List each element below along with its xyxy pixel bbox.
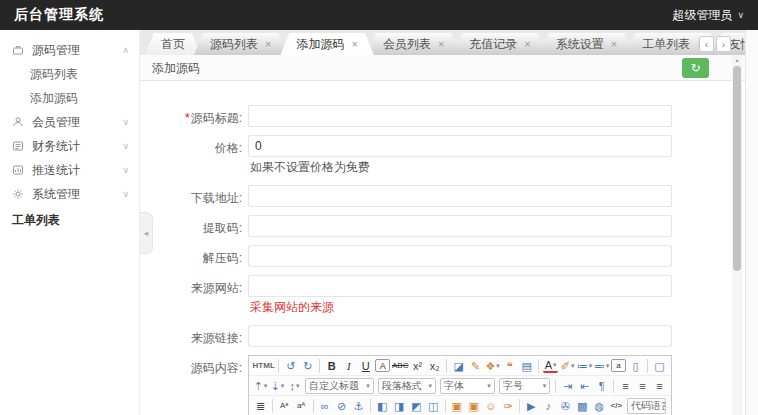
scrollbar-thumb[interactable] [733, 66, 741, 271]
align-center-icon[interactable]: ≡ [635, 378, 650, 394]
form-row: 来源链接: [140, 325, 745, 347]
font-color-icon[interactable]: A▾ [543, 359, 558, 373]
sidebar-item-source-list[interactable]: 源码列表 [0, 62, 139, 86]
toolbar-separator [370, 399, 371, 413]
required-marker: * [185, 111, 190, 125]
content-scrollbar[interactable]: ▴ [732, 55, 742, 415]
case-upper-icon[interactable]: Aᵃ [277, 398, 292, 414]
custom-title-select[interactable]: 自定义标题▾ [305, 378, 374, 394]
italic-icon[interactable]: I [341, 358, 356, 374]
tab-add-source[interactable]: 添加源码 × [280, 33, 373, 55]
fullscreen-icon[interactable]: ▢ [652, 358, 667, 374]
bottom-margin-icon[interactable]: ⇣▾ [270, 378, 285, 394]
stats-icon [12, 164, 26, 176]
code-language-select[interactable]: 代码语言▾ [627, 398, 666, 414]
eraser-icon[interactable]: ◪ [451, 358, 466, 374]
format-brush-icon[interactable]: ✎ [468, 358, 483, 374]
scrawl-icon[interactable]: ✑ [500, 398, 515, 414]
align-left-icon[interactable]: ≡ [618, 378, 633, 394]
source-title-input[interactable] [248, 105, 672, 127]
gmap-icon[interactable]: ◍ [592, 398, 607, 414]
form-row: 下载地址: [140, 185, 745, 207]
top-bar: 后台管理系统 超级管理员 ∨ [0, 0, 758, 30]
sidebar-collapse-handle[interactable]: ◂ [140, 212, 153, 254]
outdent-icon[interactable]: ⇤ [577, 378, 592, 394]
image-align-right-icon[interactable]: ◩ [409, 398, 424, 414]
sidebar-item-work-orders[interactable]: 工单列表 [0, 208, 139, 232]
image-align-left-icon[interactable]: ◧ [375, 398, 390, 414]
ordered-list-icon[interactable]: ≔▾ [577, 358, 592, 374]
page-scroll-gutter[interactable] [745, 30, 758, 415]
map-icon[interactable]: ▩ [575, 398, 590, 414]
insert-code-icon[interactable]: </> [609, 398, 624, 414]
sidebar-item-source-manage[interactable]: 源码管理 ∧ [0, 38, 139, 62]
underline-icon[interactable]: U [358, 358, 373, 374]
paragraph-format-select[interactable]: 段落格式▾ [378, 378, 436, 394]
font-size-select[interactable]: 字号▾ [499, 378, 550, 394]
sidebar-item-add-source[interactable]: 添加源码 [0, 86, 139, 110]
blockquote-icon[interactable]: ❝ [502, 358, 517, 374]
anchor-icon[interactable]: ⚓ [351, 398, 366, 414]
scroll-up-icon[interactable]: ▴ [732, 55, 742, 65]
link-icon[interactable]: ∞ [317, 398, 332, 414]
unlink-icon[interactable]: ⊘ [334, 398, 349, 414]
superscript-icon[interactable]: x² [410, 358, 425, 374]
tab-member-list[interactable]: 会员列表 × [367, 33, 460, 55]
price-input[interactable] [248, 135, 672, 157]
sidebar-item-member-manage[interactable]: 会员管理 ∨ [0, 110, 139, 134]
tab-label: 工单列表 [642, 33, 690, 55]
bold-icon[interactable]: B [324, 358, 339, 374]
subscript-icon[interactable]: x₂ [427, 358, 442, 374]
new-doc-icon[interactable]: ▯ [628, 358, 643, 374]
close-icon[interactable]: × [351, 33, 357, 55]
tab-prev-button[interactable]: ‹ [699, 36, 714, 52]
attachment-icon[interactable]: ✇ [558, 398, 573, 414]
music-icon[interactable]: ♪ [541, 398, 556, 414]
video-icon[interactable]: ▶ [524, 398, 539, 414]
font-family-select[interactable]: 字体▾ [440, 378, 495, 394]
case-lower-icon[interactable]: aᴬ [294, 398, 309, 414]
justify-icon[interactable]: ≣ [253, 398, 268, 414]
auto-typeset-icon[interactable]: ❖▾ [485, 358, 500, 374]
close-icon[interactable]: × [524, 33, 530, 55]
sidebar-item-push-stats[interactable]: 推送统计 ∨ [0, 158, 139, 182]
emoji-icon[interactable]: ☺ [483, 398, 498, 414]
strikethrough-icon[interactable]: ABC [392, 358, 408, 374]
source-link-input[interactable] [248, 325, 672, 347]
close-icon[interactable]: × [611, 33, 617, 55]
unzip-code-input[interactable] [248, 245, 672, 267]
image-align-center-icon[interactable]: ◨ [392, 398, 407, 414]
paragraph-direction-icon[interactable]: ¶ [594, 378, 609, 394]
align-right-icon[interactable]: ≡ [652, 378, 667, 394]
tab-source-list[interactable]: 源码列表 × [194, 33, 287, 55]
gear-icon [12, 188, 26, 200]
undo-icon[interactable]: ↺ [283, 358, 298, 374]
lowercase-icon[interactable]: a [611, 359, 626, 372]
image-manager-icon[interactable]: ▣ [466, 398, 481, 414]
tab-system-settings[interactable]: 系统设置 × [540, 33, 633, 55]
close-icon[interactable]: × [438, 33, 444, 55]
toolbar-separator [272, 399, 273, 413]
top-margin-icon[interactable]: ⇡▾ [253, 378, 268, 394]
tab-recharge-records[interactable]: 充值记录 × [453, 33, 546, 55]
close-icon[interactable]: × [265, 33, 271, 55]
line-height-icon[interactable]: ↕▾ [287, 378, 302, 394]
insert-image-icon[interactable]: ▣ [449, 398, 464, 414]
extract-code-input[interactable] [248, 215, 672, 237]
tab-next-button[interactable]: › [716, 36, 731, 52]
redo-icon[interactable]: ↻ [300, 358, 315, 374]
paste-filter-icon[interactable]: ▤ [519, 358, 534, 374]
source-site-input[interactable] [248, 275, 672, 297]
highlight-color-icon[interactable]: ✐▾ [560, 358, 575, 374]
font-border-icon[interactable]: A [375, 359, 390, 372]
user-menu[interactable]: 超级管理员 ∨ [672, 7, 744, 24]
sidebar-item-finance-stats[interactable]: 财务统计 ∨ [0, 134, 139, 158]
image-inline-icon[interactable]: ◫ [426, 398, 441, 414]
source-mode-icon[interactable]: HTML [253, 358, 274, 374]
unordered-list-icon[interactable]: ≕▾ [594, 358, 609, 374]
download-url-input[interactable] [248, 185, 672, 207]
tab-home[interactable]: 首页 [145, 33, 201, 55]
refresh-button[interactable]: ↻ [682, 58, 709, 78]
sidebar-item-system-manage[interactable]: 系统管理 ∨ [0, 182, 139, 206]
indent-icon[interactable]: ⇥ [560, 378, 575, 394]
